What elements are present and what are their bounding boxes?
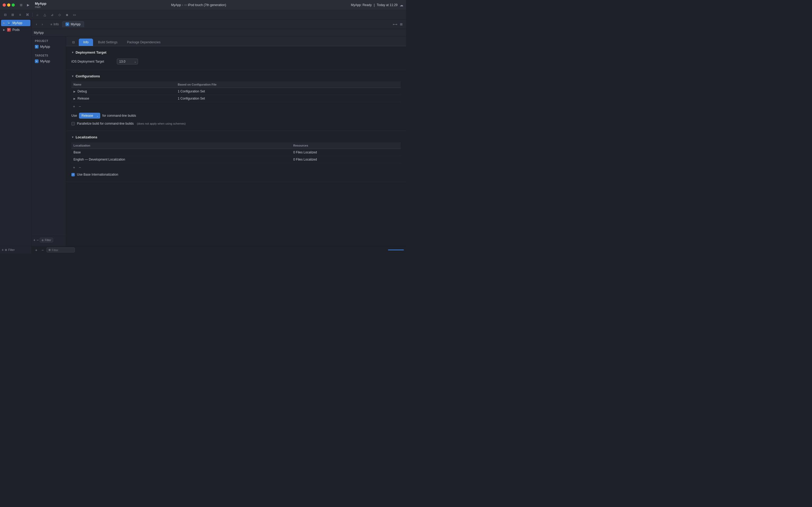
tag-icon[interactable]: ◇ <box>56 12 63 18</box>
bottom-remove-button[interactable]: − <box>40 248 45 252</box>
loc-english-resources: 0 Files Localized <box>291 156 401 163</box>
expand-arrow-myapp: ▶ <box>3 22 5 24</box>
tab-info[interactable]: ≡ Info <box>47 21 62 27</box>
ios-version-select-wrapper: 13.0 14.0 15.0 <box>117 59 138 64</box>
info-tab-icon: ≡ <box>50 23 52 26</box>
project-myapp-label: MyApp <box>40 45 50 49</box>
titlebar-center: MyApp › ▭ iPod touch (7th generation) <box>46 3 351 7</box>
warning-icon[interactable]: △ <box>42 12 48 18</box>
use-label: Use <box>71 114 77 117</box>
tab-info-label: Info <box>53 22 59 26</box>
project-title: MyApp main <box>35 2 46 8</box>
panel-filter-icon: ⊕ <box>42 239 44 242</box>
hierarchy-icon[interactable]: ⌘ <box>24 12 31 18</box>
release-select-wrapper: Release Debug <box>79 113 100 119</box>
configurations-chevron[interactable]: ▼ <box>71 75 74 78</box>
settings-tab-build-settings[interactable]: Build Settings <box>94 39 122 46</box>
release-select[interactable]: Release Debug <box>79 113 100 119</box>
bottom-add-button[interactable]: + <box>34 248 39 252</box>
nav-back-button[interactable]: ‹ <box>34 22 39 27</box>
nav-forward-button[interactable]: › <box>40 22 45 27</box>
project-branch-label: main <box>35 6 46 8</box>
deployment-target-section: ▼ Deployment Target iOS Deployment Targe… <box>66 46 406 70</box>
nav-arrows: ‹ › <box>34 22 45 27</box>
config-debug-name: ▶ Debug <box>71 88 176 95</box>
config-release-name: ▶ Release <box>71 95 176 102</box>
loc-base-name: Base <box>71 149 291 156</box>
settings-tab-info[interactable]: Info <box>79 39 93 46</box>
panel-remove-button[interactable]: − <box>37 238 39 242</box>
configurations-title: Configurations <box>75 74 100 78</box>
lock-icon[interactable]: ◈ <box>64 12 70 18</box>
config-add-button[interactable]: + <box>71 104 77 109</box>
settings-tab-package-deps[interactable]: Package Dependencies <box>122 39 165 46</box>
sidebar-item-myapp[interactable]: ▶ A MyApp <box>1 20 31 26</box>
list-icon[interactable]: ≡ <box>17 12 23 18</box>
search-icon[interactable]: ⌕ <box>34 12 41 18</box>
loc-english-row: English — Development Localization 0 Fil… <box>71 156 401 163</box>
targets-myapp-item[interactable]: A MyApp <box>32 58 66 64</box>
myapp-icon: A <box>7 21 11 25</box>
device-info: MyApp › ▭ iPod touch (7th generation) <box>171 3 226 7</box>
config-debug-row: ▶ Debug 1 Configuration Set <box>71 88 401 95</box>
config-file-header: Based on Configuration File <box>176 81 401 88</box>
split-right-button[interactable]: ⟷ <box>392 22 398 27</box>
panel-add-button[interactable]: + <box>33 238 36 242</box>
config-release-row: ▶ Release 1 Configuration Set <box>71 95 401 102</box>
config-remove-button[interactable]: − <box>77 104 83 109</box>
debug-expand-arrow[interactable]: ▶ <box>73 90 75 93</box>
bookmark-icon[interactable]: ⊿ <box>49 12 55 18</box>
project-myapp-item[interactable]: A MyApp <box>32 44 66 50</box>
use-base-i18n-checkbox[interactable] <box>71 173 75 176</box>
localizations-chevron[interactable]: ▼ <box>71 136 74 138</box>
split-down-button[interactable]: ⊞ <box>399 22 404 27</box>
for-commandline-label: for command-line builds <box>102 114 136 117</box>
localizations-header: ▼ Localizations <box>71 135 401 139</box>
myapp-tab-icon: A <box>65 22 69 26</box>
toolbar: ⊟ ⊞ ≡ ⌘ ⌕ △ ⊿ ◇ ◈ ▭ <box>0 10 406 19</box>
loc-resources-header: Resources <box>291 142 401 149</box>
titlebar: ⊞ ▶ MyApp main MyApp › ▭ iPod touch (7th… <box>0 0 406 10</box>
deployment-target-chevron[interactable]: ▼ <box>71 51 74 54</box>
loc-english-name: English — Development Localization <box>71 156 291 163</box>
breadcrumb-separator: › <box>182 3 183 7</box>
config-add-remove-bar: + − <box>71 102 401 111</box>
localizations-table: Localization Resources Base 0 Files Loca… <box>71 142 401 163</box>
breadcrumb-myapp[interactable]: MyApp <box>34 31 44 35</box>
add-file-button[interactable]: + <box>2 248 4 252</box>
ios-version-select[interactable]: 13.0 14.0 15.0 <box>117 59 138 64</box>
minimize-button[interactable] <box>7 3 10 7</box>
content-area: ‹ › ≡ Info A MyApp ⟷ ⊞ MyApp <box>32 19 406 253</box>
grid-icon[interactable]: ⊞ <box>9 12 16 18</box>
sidebar-icon[interactable]: ⊟ <box>2 12 8 18</box>
rect-icon[interactable]: ▭ <box>71 12 78 18</box>
play-button[interactable]: ▶ <box>26 2 31 8</box>
settings-panel: ⊟ Info Build Settings Package Dependenci… <box>66 37 406 246</box>
sidebar-toggle-icon[interactable]: ⊞ <box>19 3 23 7</box>
use-base-i18n-row: Use Base Internationalization <box>71 172 401 177</box>
parallelize-label: Parallelize build for command-line build… <box>77 122 134 125</box>
main-layout: ▶ A MyApp ▶ P Pods + ⊕ Filter ‹ › ≡ Info <box>0 19 406 253</box>
maximize-button[interactable] <box>12 3 15 7</box>
sidebar-myapp-label: MyApp <box>12 21 22 25</box>
progress-bar <box>388 249 404 250</box>
targets-section-title: TARGETS <box>32 53 66 58</box>
release-expand-arrow[interactable]: ▶ <box>73 97 75 100</box>
split-content: PROJECT A MyApp TARGETS A MyApp + − ⊕ <box>32 37 406 246</box>
bottom-filter-input[interactable] <box>52 248 73 251</box>
localizations-title: Localizations <box>75 135 97 139</box>
settings-content: ▼ Deployment Target iOS Deployment Targe… <box>66 46 406 246</box>
use-base-i18n-label: Use Base Internationalization <box>77 173 118 176</box>
parallelize-checkbox[interactable] <box>71 122 75 125</box>
sidebar-item-pods[interactable]: ▶ P Pods <box>1 27 31 33</box>
configurations-table: Name Based on Configuration File ▶ Debug <box>71 81 401 102</box>
sidebar: ▶ A MyApp ▶ P Pods + ⊕ Filter <box>0 19 32 253</box>
sidebar-filter-icon[interactable]: ⊕ <box>5 248 7 251</box>
loc-remove-button[interactable]: − <box>77 165 83 170</box>
loc-add-button[interactable]: + <box>71 165 77 170</box>
project-myapp-icon: A <box>35 45 39 49</box>
tab-myapp[interactable]: A MyApp <box>62 21 84 27</box>
loc-localization-header: Localization <box>71 142 291 149</box>
panel-sidebar-toggle[interactable]: ⊟ <box>70 39 77 45</box>
close-button[interactable] <box>3 3 6 7</box>
